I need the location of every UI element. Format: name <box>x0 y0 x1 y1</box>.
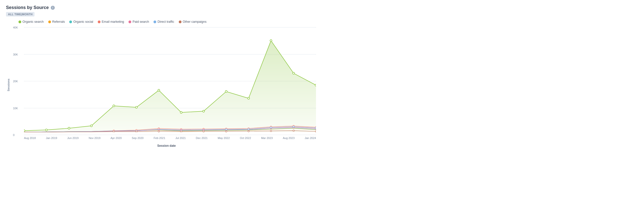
svg-point-0 <box>24 130 25 132</box>
info-icon[interactable]: i <box>51 6 55 10</box>
svg-point-11 <box>270 40 272 42</box>
svg-point-12 <box>293 72 295 74</box>
svg-point-34 <box>270 127 272 128</box>
svg-point-5 <box>136 106 138 108</box>
svg-point-3 <box>90 125 92 127</box>
legend-dot-paid-search <box>128 20 131 23</box>
x-label-nov2019: Nov 2019 <box>89 136 100 140</box>
x-label-sep2020: Sep 2020 <box>132 136 144 140</box>
svg-point-6 <box>158 89 160 91</box>
svg-point-26 <box>203 129 204 131</box>
svg-point-32 <box>226 129 227 130</box>
legend-item-paid-search[interactable]: Paid search <box>128 20 149 24</box>
time-badge[interactable]: ALL TIME | MONTH <box>6 12 34 16</box>
legend-dot-organic-search <box>18 20 21 23</box>
svg-point-24 <box>158 129 160 130</box>
y-label-0: 0 <box>13 134 14 136</box>
legend-dot-referrals <box>48 20 51 23</box>
svg-point-33 <box>248 128 249 130</box>
legend-label-referrals: Referrals <box>52 20 65 24</box>
chart-area: Sessions 40K 30K 20K 10K 0 <box>6 28 316 142</box>
svg-point-7 <box>180 112 182 114</box>
svg-point-38 <box>136 131 137 132</box>
legend-item-email-marketing[interactable]: Email marketing <box>98 20 124 24</box>
legend-label-other-campaigns: Other campaigns <box>183 20 206 24</box>
legend-label-organic-social: Organic social <box>73 20 93 24</box>
svg-point-40 <box>180 131 182 132</box>
time-part1: ALL TIME <box>8 13 21 16</box>
x-label-mar2023: Mar 2023 <box>261 136 272 140</box>
x-label-may2022: May 2022 <box>218 136 230 140</box>
legend-item-organic-search[interactable]: Organic search <box>18 20 44 24</box>
svg-point-41 <box>203 131 204 132</box>
x-label-jan2019: Jan 2019 <box>46 136 57 140</box>
svg-point-39 <box>158 131 160 132</box>
x-label-aug2023: Aug 2023 <box>283 136 294 140</box>
legend-label-direct-traffic: Direct traffic <box>158 20 174 24</box>
organic-search-fill <box>24 41 316 132</box>
chart-svg <box>24 28 316 132</box>
legend-item-direct-traffic[interactable]: Direct traffic <box>154 20 174 24</box>
x-label-jun2019: Jun 2019 <box>67 136 78 140</box>
svg-point-35 <box>293 126 294 128</box>
legend-item-referrals[interactable]: Referrals <box>48 20 65 24</box>
chart-legend: Organic search Referrals Organic social … <box>6 20 316 24</box>
legend-dot-organic-social <box>69 20 72 23</box>
y-label-20k: 20K <box>13 80 18 83</box>
time-part2: MONTH <box>22 13 32 16</box>
svg-point-8 <box>202 110 204 112</box>
svg-point-4 <box>113 105 115 107</box>
x-label-jan2024: Jan 2024 <box>305 136 316 140</box>
svg-point-42 <box>226 131 227 132</box>
x-label-feb2021: Feb 2021 <box>154 136 165 140</box>
svg-point-9 <box>225 90 227 92</box>
y-axis-label: Sessions <box>6 28 11 142</box>
legend-item-other-campaigns[interactable]: Other campaigns <box>179 20 206 24</box>
legend-label-paid-search: Paid search <box>132 20 149 24</box>
y-label-40k: 40K <box>13 26 18 29</box>
x-axis: Aug 2018 Jan 2019 Jun 2019 Nov 2019 Apr … <box>24 135 316 142</box>
chart-title: Sessions by Source <box>6 5 49 10</box>
x-label-aug2018: Aug 2018 <box>24 136 36 140</box>
legend-label-organic-search: Organic search <box>22 20 44 24</box>
svg-point-25 <box>180 130 182 131</box>
x-label-jul2021: Jul 2021 <box>175 136 186 140</box>
svg-point-13 <box>315 84 316 86</box>
x-label-oct2022: Oct 2022 <box>240 136 251 140</box>
legend-dot-other-campaigns <box>179 20 182 23</box>
svg-point-10 <box>248 97 250 99</box>
svg-point-46 <box>315 131 316 132</box>
svg-point-43 <box>248 130 249 132</box>
x-label-dec2021: Dec 2021 <box>196 136 208 140</box>
chart-inner: 40K 30K 20K 10K 0 <box>13 28 316 142</box>
legend-dot-direct-traffic <box>154 20 156 23</box>
svg-point-45 <box>293 130 294 132</box>
svg-point-2 <box>68 127 70 129</box>
legend-label-email-marketing: Email marketing <box>102 20 124 24</box>
y-label-30k: 30K <box>13 53 18 56</box>
y-label-10k: 10K <box>13 107 18 110</box>
legend-item-organic-social[interactable]: Organic social <box>69 20 93 24</box>
svg-point-37 <box>113 131 114 132</box>
svg-point-36 <box>315 127 316 129</box>
legend-dot-email-marketing <box>98 20 100 23</box>
x-label-apr2020: Apr 2020 <box>110 136 122 140</box>
svg-point-44 <box>270 130 272 132</box>
svg-point-1 <box>46 129 48 131</box>
x-axis-title: Session date <box>6 144 316 148</box>
